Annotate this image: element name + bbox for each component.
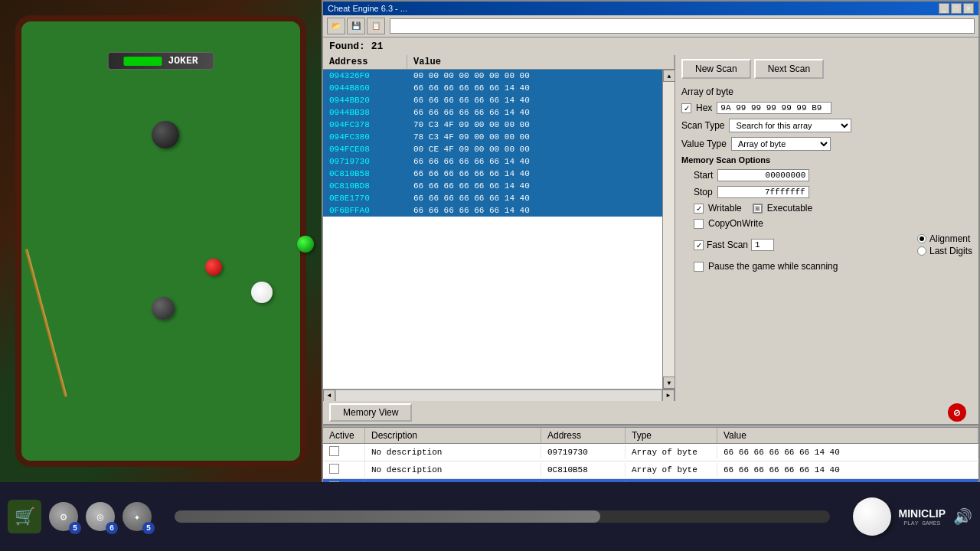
address-cell: 094FC378 xyxy=(323,119,407,130)
address-list-scrollbar[interactable]: ▲ ▼ xyxy=(662,70,675,389)
writable-label: Writable xyxy=(708,203,742,214)
radio-group: Alignment Last Digits xyxy=(917,233,972,256)
miniclip-label: MINICLIP xyxy=(899,507,946,520)
hex-input[interactable] xyxy=(717,102,831,114)
col-header-value[interactable]: Value xyxy=(717,428,978,443)
value-cell: 00 00 00 00 00 00 00 00 xyxy=(407,70,662,81)
table-row[interactable]: 094FCE08 00 CE 4F 09 00 00 00 00 xyxy=(323,143,662,155)
found-count: 21 xyxy=(371,41,384,52)
col-header-type[interactable]: Type xyxy=(626,428,717,443)
table-row[interactable]: 0944BB20 66 66 66 66 66 66 14 40 xyxy=(323,94,662,106)
value-cell: 78 C3 4F 09 00 00 00 00 xyxy=(407,132,662,142)
pool-cue xyxy=(24,249,67,397)
content-area: Address Value 094326F0 00 00 00 00 00 00… xyxy=(323,55,978,401)
title-buttons: _ □ × xyxy=(939,3,974,14)
miniclip-sublabel: PLAY GAMES xyxy=(903,520,940,527)
tool-icon-1[interactable]: ⚙ 5 xyxy=(49,502,78,531)
horizontal-scrollbar[interactable]: ◄ ► xyxy=(323,389,675,401)
memory-view-button[interactable]: Memory View xyxy=(329,403,412,422)
scan-type-row: Scan Type Search for this array xyxy=(681,119,972,132)
new-scan-button[interactable]: New Scan xyxy=(681,59,751,79)
hex-label: Hex xyxy=(696,103,712,113)
value-cell: 66 66 66 66 66 66 14 40 xyxy=(717,445,978,459)
table-row[interactable]: 0C810B58 66 66 66 66 66 66 14 40 xyxy=(323,168,662,180)
writable-executable-row: Writable ▣ Executable xyxy=(681,203,972,214)
writable-checkbox[interactable] xyxy=(694,204,704,214)
last-digits-label: Last Digits xyxy=(929,246,972,256)
found-bar: Found: 21 xyxy=(323,37,978,55)
scroll-up-btn[interactable]: ▲ xyxy=(663,70,675,82)
address-cell: 0C810B58 xyxy=(541,463,626,477)
cheat-table-row[interactable]: No description 09719730 Array of byte 66… xyxy=(323,444,978,461)
value-cell: 66 66 66 66 66 66 14 40 xyxy=(407,83,662,93)
fast-scan-input[interactable] xyxy=(751,239,774,251)
pause-game-checkbox[interactable] xyxy=(694,262,704,272)
tool-badge-3: 5 xyxy=(142,522,155,534)
scroll-down-btn[interactable]: ▼ xyxy=(663,377,675,389)
toolbar: 📂 💾 📋 xyxy=(323,15,978,37)
scan-type-select[interactable]: Search for this array xyxy=(729,119,851,132)
col-header-active[interactable]: Active xyxy=(323,428,365,443)
table-row[interactable]: 0C810BD8 66 66 66 66 66 66 14 40 xyxy=(323,180,662,192)
address-cell: 0E8E1770 xyxy=(323,193,407,204)
active-cell[interactable] xyxy=(323,444,365,461)
table-row[interactable]: 0E8E1770 66 66 66 66 66 66 14 40 xyxy=(323,192,662,204)
toolbar-save-btn[interactable]: 💾 xyxy=(347,18,365,34)
type-cell: Array of byte xyxy=(626,445,717,459)
next-scan-button[interactable]: Next Scan xyxy=(754,59,824,79)
joker-bar: JOKER xyxy=(107,52,214,70)
last-digits-radio[interactable] xyxy=(917,246,926,256)
col-header-description[interactable]: Description xyxy=(365,428,541,443)
hscroll-thumb[interactable] xyxy=(335,390,662,402)
start-input[interactable] xyxy=(717,169,809,181)
close-button[interactable]: × xyxy=(963,3,974,14)
value-type-select[interactable]: Array of byte xyxy=(731,137,831,151)
executable-checkbox[interactable]: ▣ xyxy=(753,204,763,214)
ball-green xyxy=(297,236,314,253)
array-of-byte-row: Array of byte xyxy=(681,86,972,97)
table-row[interactable]: 0944BB38 66 66 66 66 66 66 14 40 xyxy=(323,106,662,119)
miniclip-logo-area: MINICLIP PLAY GAMES xyxy=(899,507,946,527)
scroll-track[interactable] xyxy=(663,82,675,377)
fast-scan-checkbox[interactable] xyxy=(694,240,704,250)
shop-button[interactable]: 🛒 xyxy=(8,500,41,533)
value-cell: 66 66 66 66 66 66 14 40 xyxy=(407,156,662,167)
toolbar-open-btn[interactable]: 📂 xyxy=(327,18,345,34)
table-row[interactable]: 0944B860 66 66 66 66 66 66 14 40 xyxy=(323,82,662,94)
active-cell[interactable] xyxy=(323,461,365,478)
tool-icon-3[interactable]: ✦ 5 xyxy=(122,502,152,531)
table-row[interactable]: 094FC378 70 C3 4F 09 00 00 00 00 xyxy=(323,119,662,131)
address-cell: 0944B860 xyxy=(323,83,407,93)
value-cell: 66 66 66 66 66 66 14 40 xyxy=(407,107,662,118)
volume-icon[interactable]: 🔊 xyxy=(953,507,972,527)
table-row[interactable]: 094FC380 78 C3 4F 09 00 00 00 00 xyxy=(323,131,662,143)
copy-on-write-row: CopyOnWrite xyxy=(681,218,972,229)
hex-checkbox[interactable] xyxy=(681,103,691,113)
address-list[interactable]: 094326F0 00 00 00 00 00 00 00 00 0944B86… xyxy=(323,70,662,389)
array-of-byte-label: Array of byte xyxy=(681,86,733,97)
tool-icon-2[interactable]: ◎ 6 xyxy=(86,502,115,531)
tool-badge-2: 6 xyxy=(106,522,118,534)
address-cell: 0C810BD8 xyxy=(323,181,407,191)
title-input[interactable] xyxy=(390,18,975,34)
address-cell: 094326F0 xyxy=(323,70,407,81)
col-header-address[interactable]: Address xyxy=(541,428,626,443)
start-row: Start xyxy=(681,169,972,181)
cheat-table-row[interactable]: No description 0C810B58 Array of byte 66… xyxy=(323,461,978,479)
maximize-button[interactable]: □ xyxy=(951,3,962,14)
copy-on-write-checkbox[interactable] xyxy=(694,219,704,229)
table-row[interactable]: 0F6BFFA0 66 66 66 66 66 66 14 40 xyxy=(323,204,662,217)
alignment-radio-row: Alignment xyxy=(917,233,972,244)
value-cell: 66 66 66 66 66 66 14 40 xyxy=(407,193,662,204)
table-row[interactable]: 094326F0 00 00 00 00 00 00 00 00 xyxy=(323,70,662,82)
table-row[interactable]: 09719730 66 66 66 66 66 66 14 40 xyxy=(323,155,662,168)
alignment-radio[interactable] xyxy=(917,234,926,243)
stop-scan-button[interactable]: ⊘ xyxy=(948,403,966,422)
minimize-button[interactable]: _ xyxy=(939,3,949,14)
scan-options: New Scan Next Scan Array of byte Hex Sca… xyxy=(675,55,978,401)
toolbar-save2-btn[interactable]: 📋 xyxy=(367,18,385,34)
stop-input[interactable] xyxy=(717,186,809,198)
hscroll-right-btn[interactable]: ► xyxy=(662,390,675,402)
hscroll-left-btn[interactable]: ◄ xyxy=(323,390,335,402)
pool-table: JOKER xyxy=(15,15,306,467)
